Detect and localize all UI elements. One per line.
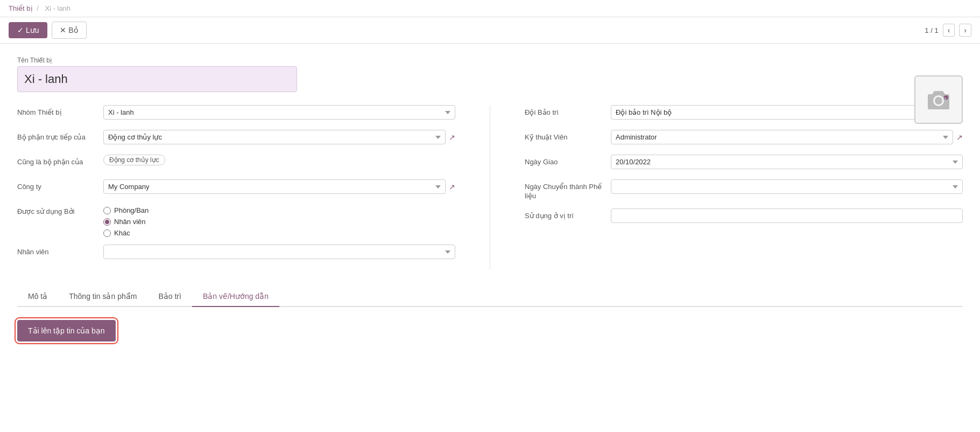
tab-thong-tin-san-pham[interactable]: Thông tin sản phẩm (58, 287, 147, 307)
su-dung-vi-tri-input[interactable] (611, 208, 963, 223)
breadcrumb: Thiết bị / Xi - lanh (0, 0, 980, 17)
field-nhan-vien: Nhân viên (17, 245, 455, 262)
device-name-section: Tên Thiết bị (17, 57, 963, 92)
tab-content: Tải lên tập tin của bạn (17, 307, 963, 354)
form-container: Tên Thiết bị + Nhóm Thiết bị Xi - lanh (0, 44, 980, 367)
pagination: 1 / 1 ‹ › (925, 24, 971, 37)
fields-right: Đội Bảo trì Đội bảo trì Nội bộ ↗ Kỹ thuậ… (525, 105, 963, 269)
cong-ty-link[interactable]: ↗ (449, 183, 455, 191)
save-button[interactable]: ✓ Lưu (9, 22, 47, 38)
svg-text:+: + (944, 96, 947, 100)
tab-ban-ve-huong-dan[interactable]: Bản vẽ/Hướng dẫn (192, 287, 279, 307)
fields-divider (490, 105, 490, 269)
tab-mo-ta[interactable]: Mô tả (17, 287, 58, 307)
tab-bao-tri[interactable]: Bảo trì (147, 287, 192, 307)
breadcrumb-parent[interactable]: Thiết bị (9, 4, 33, 12)
ky-thuat-vien-link[interactable]: ↗ (956, 133, 963, 142)
fields-left: Nhóm Thiết bị Xi - lanh Bộ phận trực tiế… (17, 105, 455, 269)
upload-button[interactable]: Tải lên tập tin của bạn (17, 320, 116, 342)
field-bo-phan-truc-tiep: Bộ phận trực tiếp của Động cơ thủy lực ↗ (17, 130, 455, 147)
nhan-vien-select[interactable] (103, 245, 455, 259)
tabs-section: Mô tả Thông tin sản phẩm Bảo trì Bản vẽ/… (17, 287, 963, 307)
ngay-chuyen-thanh-select[interactable] (611, 179, 963, 194)
pagination-next[interactable]: › (959, 24, 971, 37)
field-doi-bao-tri: Đội Bảo trì Đội bảo trì Nội bộ ↗ (525, 105, 963, 122)
pagination-text: 1 / 1 (925, 26, 938, 34)
radio-nhan-vien[interactable]: Nhân viên (103, 218, 149, 226)
cong-ty-select[interactable]: My Company (103, 179, 446, 194)
photo-upload[interactable]: + (914, 75, 963, 124)
pagination-prev[interactable]: ‹ (943, 24, 955, 37)
device-name-input[interactable] (17, 66, 297, 92)
toolbar: ✓ Lưu ✕ Bỏ 1 / 1 ‹ › (0, 17, 980, 44)
radio-phong-ban[interactable]: Phòng/Ban (103, 206, 149, 214)
bo-phan-truc-tiep-select[interactable]: Động cơ thủy lực (103, 130, 446, 144)
doi-bao-tri-select[interactable]: Đội bảo trì Nội bộ (611, 105, 953, 120)
nhom-thiet-bi-select[interactable]: Xi - lanh (103, 105, 455, 120)
device-name-label: Tên Thiết bị (17, 57, 963, 64)
fields-section: Nhóm Thiết bị Xi - lanh Bộ phận trực tiế… (17, 105, 963, 269)
ngay-giao-select[interactable]: 20/10/2022 (611, 155, 963, 169)
breadcrumb-current: Xi - lanh (45, 4, 70, 12)
field-su-dung-vi-tri: Sử dụng ở vị trí (525, 208, 963, 226)
radio-khac[interactable]: Khác (103, 229, 149, 237)
cung-la-bo-phan-tag[interactable]: Động cơ thủy lực (103, 155, 165, 165)
discard-button[interactable]: ✕ Bỏ (52, 22, 86, 39)
field-cung-la-bo-phan: Cũng là bộ phận của Động cơ thủy lực (17, 155, 455, 172)
field-ngay-chuyen-thanh: Ngày Chuyển thành Phế liệu (525, 179, 963, 201)
bo-phan-truc-tiep-link[interactable]: ↗ (449, 133, 455, 142)
radio-group-su-dung: Phòng/Ban Nhân viên Khác (103, 204, 149, 237)
field-ky-thuat-vien: Kỹ thuật Viên Administrator ↗ (525, 130, 963, 147)
ky-thuat-vien-select[interactable]: Administrator (611, 130, 953, 144)
breadcrumb-separator: / (37, 4, 39, 12)
field-cong-ty: Công ty My Company ↗ (17, 179, 455, 197)
field-duoc-su-dung-boi: Được sử dụng Bởi Phòng/Ban Nhân viên (17, 204, 455, 237)
field-ngay-giao: Ngày Giao 20/10/2022 (525, 155, 963, 172)
field-nhom-thiet-bi: Nhóm Thiết bị Xi - lanh (17, 105, 455, 122)
